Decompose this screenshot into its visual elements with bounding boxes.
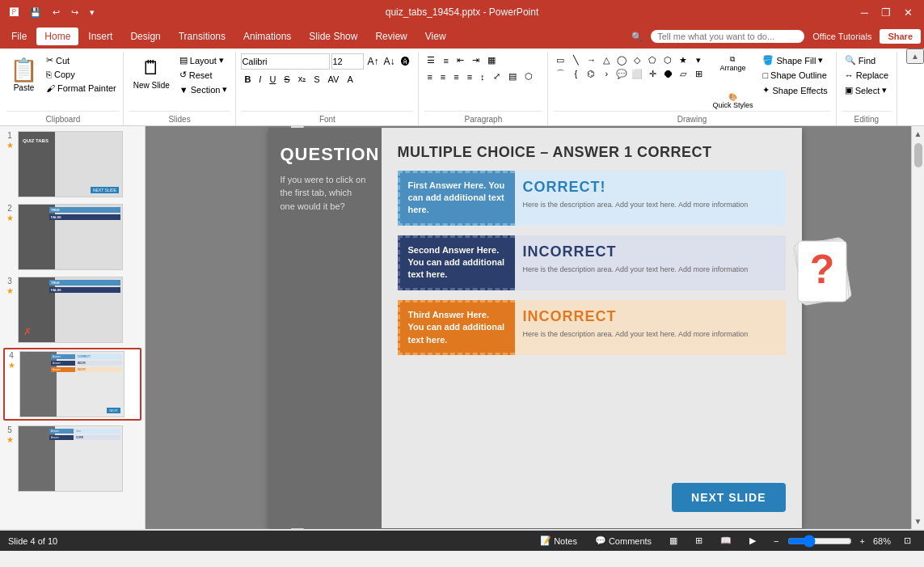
cut-button[interactable]: ✂ Cut bbox=[43, 53, 120, 67]
slideshow-button[interactable]: ▶ bbox=[745, 534, 761, 548]
slide-thumb-5[interactable]: 5 ★ Answer desc Answer CORR bbox=[3, 424, 141, 493]
columns-button[interactable]: ▦ bbox=[484, 53, 499, 67]
align-right-button[interactable]: ≡ bbox=[450, 70, 462, 83]
shape-diamond[interactable]: ◇ bbox=[630, 53, 644, 66]
slide-thumb-4[interactable]: 4 ★ Answer CORRECT! Answer INCOR Answer … bbox=[3, 348, 141, 421]
numbering-button[interactable]: ≡ bbox=[440, 54, 451, 67]
menu-animations[interactable]: Animations bbox=[235, 28, 299, 45]
minimize-button[interactable]: ─ bbox=[856, 5, 873, 20]
normal-view-button[interactable]: ▦ bbox=[665, 534, 682, 548]
share-button[interactable]: Share bbox=[880, 29, 921, 44]
fit-slide-button[interactable]: ⊡ bbox=[899, 534, 916, 548]
shape-line[interactable]: ╲ bbox=[568, 53, 583, 66]
reading-view-button[interactable]: 📖 bbox=[715, 534, 736, 548]
shape-callout[interactable]: 💬 bbox=[614, 67, 629, 80]
shape-tri[interactable]: △ bbox=[599, 53, 614, 66]
zoom-out-button[interactable]: − bbox=[769, 535, 783, 548]
shape-star[interactable]: ★ bbox=[676, 53, 690, 66]
zoom-in-button[interactable]: + bbox=[855, 535, 870, 548]
shape-fill-button[interactable]: 🪣 Shape Fill▾ bbox=[759, 53, 830, 67]
clear-format-button[interactable]: 🅐 bbox=[398, 55, 413, 68]
slide-thumb-1[interactable]: 1 ★ QUIZ TABS NEXT SLIDE bbox=[3, 129, 141, 199]
answer-box-2[interactable]: Second Answer Here. You can add addition… bbox=[398, 235, 515, 290]
shape-expand[interactable]: ⊞ bbox=[691, 67, 706, 80]
customize-qat-button[interactable]: ▾ bbox=[86, 6, 98, 19]
shape-hex[interactable]: ⬡ bbox=[660, 53, 675, 66]
restore-button[interactable]: ❐ bbox=[876, 5, 896, 20]
italic-button[interactable]: I bbox=[255, 73, 264, 86]
decrease-font-button[interactable]: A↓ bbox=[382, 55, 396, 68]
line-spacing-button[interactable]: ↕ bbox=[477, 70, 488, 83]
shape-outline-button[interactable]: □ Shape Outline bbox=[759, 69, 830, 82]
shape-curve[interactable]: ⌒ bbox=[553, 67, 567, 80]
tell-me-input[interactable] bbox=[651, 30, 804, 43]
font-size-input[interactable] bbox=[331, 53, 364, 70]
ribbon-collapse-button[interactable]: ▲ bbox=[906, 49, 924, 64]
office-tutorials-link[interactable]: Office Tutorials bbox=[812, 32, 871, 41]
select-button[interactable]: ▣ Select▾ bbox=[842, 83, 892, 97]
app-icon-button[interactable]: 🅿 bbox=[6, 6, 22, 19]
right-scrollbar[interactable]: ▲ ▼ bbox=[911, 126, 924, 529]
font-color-button[interactable]: A bbox=[344, 73, 356, 86]
right-scroll-thumb[interactable] bbox=[914, 143, 922, 167]
shadow-button[interactable]: S bbox=[310, 73, 323, 86]
shape-octagon[interactable]: ⯃ bbox=[660, 67, 675, 80]
bold-button[interactable]: B bbox=[241, 73, 254, 86]
comments-button[interactable]: 💬 Comments bbox=[590, 534, 656, 548]
slide-sorter-button[interactable]: ⊞ bbox=[690, 534, 707, 548]
bullets-button[interactable]: ☰ bbox=[424, 53, 438, 67]
menu-transitions[interactable]: Transitions bbox=[171, 28, 234, 45]
menu-slideshow[interactable]: Slide Show bbox=[301, 28, 365, 45]
menu-file[interactable]: File bbox=[3, 28, 35, 45]
shape-circle[interactable]: ◯ bbox=[614, 53, 629, 66]
increase-font-button[interactable]: A↑ bbox=[365, 55, 380, 68]
justify-button[interactable]: ≡ bbox=[464, 70, 475, 83]
reset-button[interactable]: ↺ Reset bbox=[176, 68, 231, 82]
menu-view[interactable]: View bbox=[417, 28, 454, 45]
subscript-button[interactable]: x₂ bbox=[295, 72, 310, 86]
strikethrough-button[interactable]: S bbox=[281, 73, 293, 86]
text-direction-button[interactable]: ⤢ bbox=[490, 70, 504, 83]
menu-design[interactable]: Design bbox=[122, 28, 168, 45]
right-scroll-up[interactable]: ▲ bbox=[913, 128, 924, 140]
charspacing-button[interactable]: AV bbox=[325, 73, 343, 86]
replace-button[interactable]: ↔ Replace bbox=[842, 69, 892, 82]
shape-brace[interactable]: ⌬ bbox=[584, 67, 598, 80]
align-text-button[interactable]: ▤ bbox=[505, 70, 520, 83]
shape-cross[interactable]: ✛ bbox=[645, 67, 660, 80]
quick-styles-button[interactable]: 🎨 Quick Styles bbox=[709, 91, 756, 111]
shape-effects-button[interactable]: ✦ Shape Effects bbox=[759, 83, 830, 97]
shape-arrow[interactable]: → bbox=[584, 53, 598, 66]
format-painter-button[interactable]: 🖌 Format Painter bbox=[43, 82, 120, 95]
new-slide-button[interactable]: 🗒 New Slide bbox=[129, 53, 175, 93]
shape-more[interactable]: ▾ bbox=[691, 53, 706, 66]
copy-button[interactable]: ⎘ Copy bbox=[43, 68, 120, 81]
align-left-button[interactable]: ≡ bbox=[424, 70, 435, 83]
undo-button[interactable]: ↩ bbox=[49, 6, 63, 19]
answer-box-3[interactable]: Third Answer Here. You can add additiona… bbox=[398, 300, 515, 355]
decrease-indent-button[interactable]: ⇤ bbox=[454, 53, 467, 67]
smartart-button[interactable]: ⬡ bbox=[521, 70, 536, 83]
close-button[interactable]: ✕ bbox=[899, 5, 918, 20]
shape-block[interactable]: ⬜ bbox=[630, 67, 644, 80]
shape-bracket[interactable]: { bbox=[568, 67, 583, 80]
slide-thumb-2[interactable]: 2 ★ TRUE FALSE bbox=[3, 202, 141, 272]
find-button[interactable]: 🔍 Find bbox=[842, 53, 892, 67]
font-family-input[interactable] bbox=[241, 53, 330, 70]
zoom-slider[interactable] bbox=[787, 535, 852, 548]
menu-home[interactable]: Home bbox=[36, 28, 78, 45]
next-slide-button[interactable]: NEXT SLIDE bbox=[672, 483, 785, 512]
shape-pentagon[interactable]: ⬠ bbox=[645, 53, 660, 66]
paste-button[interactable]: 📋 Paste bbox=[6, 53, 41, 111]
arrange-button[interactable]: ⧉ Arrange bbox=[709, 53, 756, 74]
right-scroll-down[interactable]: ▼ bbox=[913, 515, 924, 527]
slide-thumb-3[interactable]: 3 ★ TRUE FALSE ✗ bbox=[3, 275, 141, 345]
layout-button[interactable]: ▤ Layout▾ bbox=[176, 53, 231, 67]
save-button[interactable]: 💾 bbox=[27, 6, 44, 19]
notes-button[interactable]: 📝 Notes bbox=[535, 534, 582, 548]
answer-box-1[interactable]: First Answer Here. You can add additiona… bbox=[398, 171, 515, 226]
increase-indent-button[interactable]: ⇥ bbox=[469, 53, 483, 67]
shape-parallelogram[interactable]: ▱ bbox=[676, 67, 690, 80]
menu-review[interactable]: Review bbox=[367, 28, 415, 45]
menu-insert[interactable]: Insert bbox=[80, 28, 120, 45]
